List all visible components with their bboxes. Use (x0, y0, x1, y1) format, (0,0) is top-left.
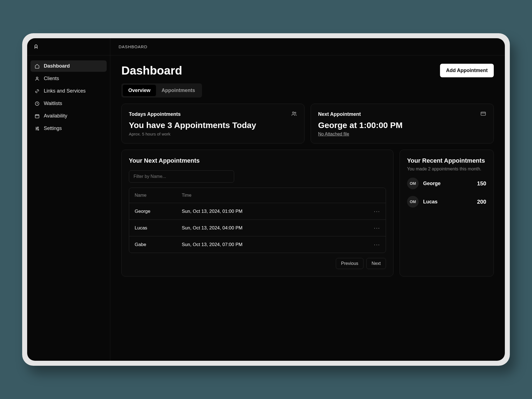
cell-time: Sun, Oct 13, 2024, 07:00 PM (182, 242, 364, 247)
table-row: George Sun, Oct 13, 2024, 01:00 PM ··· (129, 203, 386, 220)
tab-appointments[interactable]: Appointments (156, 85, 201, 96)
table-row: Lucas Sun, Oct 13, 2024, 04:00 PM ··· (129, 220, 386, 236)
card-subtext: Aprox. 5 hours of work (129, 132, 297, 136)
filter-name-input[interactable] (129, 170, 234, 183)
page-title: Dashboard (121, 64, 182, 77)
breadcrumb: DASHBOARD (119, 44, 147, 49)
sidebar-header (27, 38, 110, 55)
recent-item: OM Lucas 200 (407, 196, 486, 208)
app-screen: Dashboard Clients Links and Services Wai… (27, 38, 505, 361)
tabs: Overview Appointments (121, 83, 202, 98)
card-headline: George at 1:00:00 PM (318, 121, 486, 130)
sidebar-item-dashboard[interactable]: Dashboard (30, 60, 107, 72)
avatar: OM (407, 196, 419, 208)
breadcrumb-bar: DASHBOARD (110, 38, 505, 55)
cell-name: Gabe (135, 242, 182, 247)
table-header: Name Time (129, 188, 386, 203)
sidebar-item-label: Availability (44, 113, 67, 119)
avatar: OM (407, 178, 419, 189)
link-icon (34, 88, 40, 94)
cell-time: Sun, Oct 13, 2024, 01:00 PM (182, 209, 364, 214)
tab-overview[interactable]: Overview (123, 85, 156, 96)
sidebar: Dashboard Clients Links and Services Wai… (27, 38, 110, 361)
user-icon (34, 76, 40, 81)
sidebar-item-label: Clients (44, 76, 59, 81)
card-next-appointment: Next Appointment George at 1:00:00 PM No… (311, 104, 494, 144)
page-header: Dashboard Add Appointment (121, 64, 494, 77)
device-frame: Dashboard Clients Links and Services Wai… (22, 33, 510, 366)
panel-title: Your Recent Appointments (407, 157, 486, 164)
sidebar-item-clients[interactable]: Clients (30, 73, 107, 84)
attached-file-link[interactable]: No Attached file (318, 132, 349, 136)
recent-item: OM George 150 (407, 178, 486, 189)
recent-value: 200 (477, 199, 486, 205)
col-time: Time (182, 193, 364, 198)
cell-name: Lucas (135, 225, 182, 231)
logo-icon (33, 44, 39, 50)
recent-name: George (423, 181, 473, 186)
svg-point-6 (293, 112, 294, 114)
sidebar-item-settings[interactable]: Settings (30, 123, 107, 134)
calendar-icon (34, 113, 40, 119)
sidebar-item-waitlists[interactable]: Waitlists (30, 98, 107, 109)
sidebar-item-availability[interactable]: Availability (30, 110, 107, 122)
prev-button[interactable]: Previous (336, 258, 364, 269)
home-icon (34, 63, 40, 69)
card-headline: You have 3 Appointments Today (129, 121, 297, 130)
panel-recent-appointments: Your Recent Appointments You made 2 appo… (400, 150, 494, 277)
content: Dashboard Add Appointment Overview Appoi… (110, 55, 505, 361)
recent-value: 150 (477, 180, 486, 187)
table-row: Gabe Sun, Oct 13, 2024, 07:00 PM ··· (129, 236, 386, 253)
sidebar-item-label: Dashboard (44, 63, 70, 69)
sidebar-nav: Dashboard Clients Links and Services Wai… (27, 55, 110, 139)
panel-title: Your Next Appointments (129, 157, 386, 164)
svg-point-5 (38, 129, 39, 130)
svg-point-0 (36, 77, 38, 79)
row-menu-button[interactable]: ··· (364, 241, 380, 248)
sliders-icon (34, 126, 40, 131)
card-label: Next Appointment (318, 111, 361, 117)
users-icon (291, 111, 297, 118)
panel-subtext: You made 2 appointments this month. (407, 167, 486, 172)
add-appointment-button[interactable]: Add Appointment (440, 64, 494, 77)
row-menu-button[interactable]: ··· (364, 225, 380, 231)
recent-name: Lucas (423, 199, 473, 205)
svg-point-7 (295, 112, 296, 114)
svg-rect-8 (481, 112, 486, 116)
next-button[interactable]: Next (366, 258, 386, 269)
row-menu-button[interactable]: ··· (364, 208, 380, 214)
card-label: Todays Appointments (129, 111, 181, 117)
col-name: Name (135, 193, 182, 198)
pagination: Previous Next (129, 258, 386, 269)
appointments-table: Name Time George Sun, Oct 13, 2024, 01:0… (129, 188, 386, 253)
card-icon (480, 111, 486, 118)
cell-time: Sun, Oct 13, 2024, 04:00 PM (182, 225, 364, 231)
summary-cards: Todays Appointments You have 3 Appointme… (121, 104, 494, 144)
sidebar-item-label: Settings (44, 126, 62, 131)
panel-next-appointments: Your Next Appointments Name Time George … (121, 150, 393, 277)
sidebar-item-links-services[interactable]: Links and Services (30, 85, 107, 97)
sidebar-item-label: Links and Services (44, 88, 86, 94)
main-area: DASHBOARD Dashboard Add Appointment Over… (110, 38, 505, 361)
svg-point-4 (36, 128, 37, 129)
svg-rect-2 (35, 114, 39, 118)
cell-name: George (135, 209, 182, 214)
svg-point-3 (38, 127, 39, 128)
clock-icon (34, 101, 40, 106)
card-todays-appointments: Todays Appointments You have 3 Appointme… (121, 104, 305, 144)
lower-panels: Your Next Appointments Name Time George … (121, 150, 494, 277)
sidebar-item-label: Waitlists (44, 101, 62, 106)
